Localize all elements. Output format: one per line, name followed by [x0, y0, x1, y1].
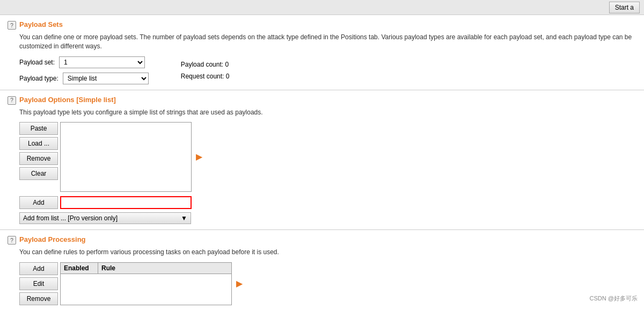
payload-options-description: This payload type lets you configure a s…	[19, 108, 636, 117]
add-from-list-chevron-icon: ▼	[181, 214, 187, 222]
payload-processing-help-icon[interactable]: ?	[8, 236, 16, 245]
processing-add-button[interactable]: Add	[19, 262, 58, 275]
add-from-list-container: Add from list ... [Pro version only] ▼	[19, 212, 636, 224]
processing-edit-button[interactable]: Edit	[19, 277, 58, 290]
payload-options-body: Paste Load ... Remove Clear ▶ Add Add fr…	[19, 122, 636, 224]
payload-sets-description: You can define one or more payload sets.…	[19, 33, 636, 51]
payload-sets-header: ? Payload Sets	[8, 20, 636, 30]
load-button[interactable]: Load ...	[19, 137, 58, 150]
payload-options-section: ? Payload Options [Simple list] This pay…	[0, 90, 644, 231]
payload-type-dropdown[interactable]: Simple list Runtime file Custom iterator…	[63, 73, 149, 84]
main-content: ? Payload Sets You can define one or mor…	[0, 15, 644, 309]
list-arrow-right-icon: ▶	[196, 152, 202, 162]
add-button[interactable]: Add	[19, 196, 58, 209]
csdn-watermark: CSDN @好多可乐	[590, 294, 638, 303]
payload-sets-title: Payload Sets	[19, 20, 63, 28]
list-buttons: Paste Load ... Remove Clear	[19, 122, 58, 180]
add-row: Add	[19, 196, 636, 209]
processing-table-header: Enabled Rule	[61, 263, 231, 274]
request-count-label: Request count: 0	[181, 73, 230, 80]
payload-set-dropdown[interactable]: 1 2	[59, 56, 145, 68]
add-payload-input[interactable]	[60, 196, 192, 209]
payload-list-box[interactable]	[60, 122, 192, 192]
payload-sets-help-icon[interactable]: ?	[8, 21, 16, 30]
payload-set-label: Payload set:	[19, 59, 55, 66]
paste-button[interactable]: Paste	[19, 122, 58, 135]
payload-type-label: Payload type:	[19, 75, 58, 82]
col-enabled-header: Enabled	[61, 263, 98, 274]
payload-processing-description: You can define rules to perform various …	[19, 248, 636, 257]
remove-button[interactable]: Remove	[19, 152, 58, 165]
processing-arrow-icon: ▶	[236, 278, 243, 289]
add-from-list-button[interactable]: Add from list ... [Pro version only] ▼	[19, 212, 191, 224]
top-bar: Start a	[0, 0, 644, 15]
col-rule-header: Rule	[98, 263, 231, 274]
payload-options-title: Payload Options [Simple list]	[19, 96, 116, 104]
processing-table-body	[61, 274, 231, 301]
processing-remove-button[interactable]: Remove	[19, 292, 58, 305]
payload-sets-section: ? Payload Sets You can define one or mor…	[0, 15, 644, 90]
add-from-list-label: Add from list ... [Pro version only]	[23, 214, 118, 222]
payload-options-header: ? Payload Options [Simple list]	[8, 96, 636, 105]
clear-button[interactable]: Clear	[19, 167, 58, 180]
payload-processing-title: Payload Processing	[19, 235, 86, 243]
start-attack-button[interactable]: Start a	[609, 2, 640, 13]
processing-controls: Add Edit Remove Enabled Rule ▶	[19, 262, 636, 305]
processing-table: Enabled Rule	[60, 262, 232, 305]
payload-count-label: Payload count: 0	[181, 61, 230, 68]
payload-options-help-icon[interactable]: ?	[8, 96, 16, 105]
payload-processing-header: ? Payload Processing	[8, 235, 636, 245]
list-area-container: Paste Load ... Remove Clear ▶	[19, 122, 636, 192]
processing-buttons: Add Edit Remove	[19, 262, 58, 305]
payload-processing-body: Add Edit Remove Enabled Rule ▶	[19, 262, 636, 305]
payload-processing-section: ? Payload Processing You can define rule…	[0, 230, 644, 309]
